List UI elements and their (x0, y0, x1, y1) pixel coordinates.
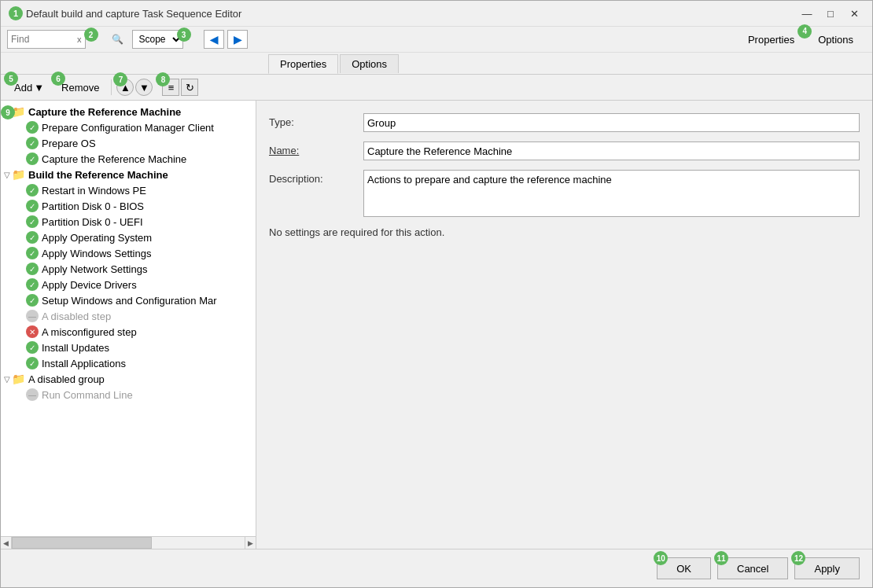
tree-item[interactable]: ✓ Install Applications (1, 355, 256, 371)
expand-icon[interactable]: ▽ (4, 375, 10, 384)
scroll-track (12, 537, 245, 549)
tree-item[interactable]: ✕ A misconfigured step (1, 324, 256, 340)
step-ok-icon: ✓ (26, 137, 39, 149)
move-down-button[interactable]: ▼ (135, 79, 153, 96)
step-disabled-icon: — (26, 310, 39, 322)
close-button[interactable]: ✕ (844, 6, 864, 21)
tree-node-label: Prepare Configuration Manager Client (42, 122, 214, 134)
tree-node-label: Setup Windows and Configuration Mar (42, 295, 217, 307)
left-panel: 9 ▽ 📁 Capture the Reference Machine ✓ Pr… (1, 101, 256, 549)
type-label: Type: (269, 113, 363, 128)
tree-node-label: Apply Windows Settings (42, 248, 151, 259)
folder-icon: 📁 (12, 168, 25, 181)
no-settings-text: No settings are required for this action… (269, 226, 860, 238)
tree-node-label: Capture the Reference Machine (42, 153, 186, 165)
tab-properties[interactable]: Properties (737, 31, 805, 49)
nav-fwd-button[interactable]: ▶ (227, 30, 248, 49)
title-badge: 1 (9, 6, 23, 20)
tree-item[interactable]: ✓ Apply Windows Settings (1, 245, 256, 261)
step-ok-icon: ✓ (26, 247, 39, 259)
tree-item[interactable]: ✓ Setup Windows and Configuration Mar (1, 292, 256, 308)
tree-item[interactable]: — A disabled step (1, 308, 256, 324)
tree-node-label: Restart in Windows PE (42, 185, 146, 197)
step-ok-icon: ✓ (26, 231, 39, 244)
tree-item[interactable]: ✓ Prepare Configuration Manager Client (1, 119, 256, 135)
minimize-button[interactable]: — (797, 6, 817, 21)
tree-node-label: Build the Reference Machine (28, 169, 168, 181)
title-bar-left: 1 Default build and capture Task Sequenc… (9, 6, 241, 20)
nav-back-button[interactable]: ◀ (204, 30, 224, 49)
action-separator (111, 79, 112, 95)
cancel-button[interactable]: Cancel (717, 557, 788, 579)
tree-item[interactable]: ✓ Apply Device Drivers (1, 277, 256, 292)
scope-select[interactable]: Scope (132, 30, 183, 49)
tree-item[interactable]: ✓ Apply Network Settings (1, 261, 256, 277)
tree-node-label: Run Command Line (42, 389, 133, 401)
tree-node-label: Apply Operating System (42, 232, 152, 244)
tree-item[interactable]: ✓ Apply Operating System (1, 230, 256, 245)
action-bar: 5 Add ▼ 6 Remove 7 ▲ ▼ 8 ≡ ↻ (1, 75, 872, 101)
tree-item[interactable]: ✓ Prepare OS (1, 135, 256, 151)
tree-node-label: A disabled group (28, 373, 105, 385)
find-input[interactable] (11, 34, 74, 45)
tree-node-label: Partition Disk 0 - BIOS (42, 200, 144, 212)
toolbar: x 2 🔍 Scope 3 ◀ ▶ Properties 4 Options (1, 27, 872, 53)
tree-badge: 9 (1, 105, 15, 119)
cancel-badge: 11 (714, 551, 728, 565)
main-window: 1 Default build and capture Task Sequenc… (0, 0, 873, 588)
step-ok-icon: ✓ (26, 184, 39, 197)
tab-options[interactable]: Options (807, 31, 864, 49)
tree-item[interactable]: ▽ 📁 A disabled group (1, 371, 256, 387)
scope-badge: 3 (177, 28, 191, 42)
main-content: 9 ▽ 📁 Capture the Reference Machine ✓ Pr… (1, 101, 872, 549)
tree-node-label: Partition Disk 0 - UEFI (42, 216, 143, 228)
tree-item[interactable]: — Run Command Line (1, 387, 256, 402)
type-row: Type: (269, 113, 860, 132)
add-badge: 5 (4, 72, 18, 86)
tree-item[interactable]: ▽ 📁 Build the Reference Machine (1, 167, 256, 182)
tree-item[interactable]: ✓ Capture the Reference Machine (1, 151, 256, 167)
right-panel: Type: Name: Description: No settings are… (256, 101, 872, 549)
scroll-left-button[interactable]: ◀ (1, 537, 12, 549)
step-disabled-icon: — (26, 388, 39, 401)
step-ok-icon: ✓ (26, 200, 39, 212)
title-controls: — □ ✕ (797, 6, 864, 21)
description-row: Description: (269, 170, 860, 217)
tree-container: 9 ▽ 📁 Capture the Reference Machine ✓ Pr… (1, 101, 256, 536)
find-badge: 2 (84, 28, 98, 42)
step-ok-icon: ✓ (26, 121, 39, 134)
type-input[interactable] (363, 113, 860, 132)
scroll-right-button[interactable]: ▶ (245, 537, 256, 549)
properties-tab-badge: 4 (797, 24, 812, 39)
step-ok-icon: ✓ (26, 263, 39, 275)
tree-item[interactable]: ✓ Partition Disk 0 - BIOS (1, 198, 256, 214)
tree-item[interactable]: ✓ Partition Disk 0 - UEFI (1, 214, 256, 230)
step-ok-icon: ✓ (26, 357, 39, 369)
step-error-icon: ✕ (26, 325, 39, 338)
find-clear-button[interactable]: x (77, 35, 82, 44)
tree-node-label: Install Updates (42, 342, 109, 354)
tree-node-label: Install Applications (42, 358, 126, 369)
tree-node-label: Prepare OS (42, 138, 96, 149)
maximize-button[interactable]: □ (820, 6, 841, 21)
tree-node-label: A disabled step (42, 311, 111, 322)
description-textarea[interactable] (363, 170, 860, 217)
tree-item[interactable]: ✓ Restart in Windows PE (1, 182, 256, 198)
step-ok-icon: ✓ (26, 215, 39, 228)
search-button[interactable]: 🔍 (106, 30, 129, 49)
title-bar: 1 Default build and capture Task Sequenc… (1, 1, 872, 27)
properties-tab[interactable]: Properties (268, 54, 338, 74)
step-ok-icon: ✓ (26, 294, 39, 307)
expand-icon[interactable]: ▽ (4, 171, 10, 179)
tree-node-label: Capture the Reference Machine (28, 106, 181, 118)
tree-scrollbar: ◀ ▶ (1, 536, 256, 549)
remove-badge: 6 (51, 72, 65, 86)
tree-item[interactable]: ✓ Install Updates (1, 340, 256, 355)
options-tab[interactable]: Options (340, 54, 399, 73)
folder-disabled-icon: 📁 (12, 373, 25, 385)
description-label: Description: (269, 170, 363, 185)
step-ok-icon: ✓ (26, 341, 39, 354)
tree-item[interactable]: 9 ▽ 📁 Capture the Reference Machine (1, 104, 256, 119)
refresh-icon-button[interactable]: ↻ (181, 79, 198, 96)
name-input[interactable] (363, 141, 860, 160)
